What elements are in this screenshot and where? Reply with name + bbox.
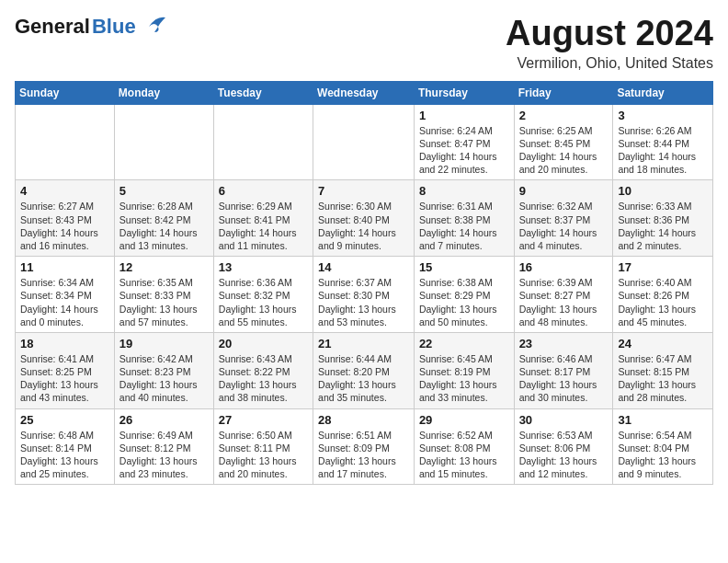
calendar-cell: 21Sunrise: 6:44 AM Sunset: 8:20 PM Dayli… [313,332,415,408]
calendar-cell: 30Sunrise: 6:53 AM Sunset: 8:06 PM Dayli… [514,408,613,485]
day-number: 6 [219,184,308,198]
day-number: 4 [20,184,109,198]
calendar-cell: 2Sunrise: 6:25 AM Sunset: 8:45 PM Daylig… [514,104,613,180]
calendar-cell: 8Sunrise: 6:31 AM Sunset: 8:38 PM Daylig… [414,180,514,257]
day-info: Sunrise: 6:44 AM Sunset: 8:20 PM Dayligh… [318,352,409,405]
day-number: 26 [119,413,209,427]
title-block: August 2024 Vermilion, Ohio, United Stat… [506,15,713,72]
day-number: 9 [519,184,609,198]
day-number: 16 [519,260,609,274]
calendar-cell: 29Sunrise: 6:52 AM Sunset: 8:08 PM Dayli… [414,408,514,485]
calendar-cell [213,104,313,180]
day-number: 13 [219,260,308,274]
calendar-cell: 17Sunrise: 6:40 AM Sunset: 8:26 PM Dayli… [613,257,713,333]
calendar-cell: 1Sunrise: 6:24 AM Sunset: 8:47 PM Daylig… [414,104,514,180]
day-info: Sunrise: 6:32 AM Sunset: 8:37 PM Dayligh… [519,200,609,252]
day-number: 31 [618,413,708,427]
day-info: Sunrise: 6:42 AM Sunset: 8:23 PM Dayligh… [119,352,209,405]
calendar-week-1: 1Sunrise: 6:24 AM Sunset: 8:47 PM Daylig… [16,104,713,180]
calendar-cell: 10Sunrise: 6:33 AM Sunset: 8:36 PM Dayli… [613,180,713,257]
day-number: 15 [419,260,509,274]
day-info: Sunrise: 6:24 AM Sunset: 8:47 PM Dayligh… [419,124,509,177]
day-number: 3 [618,109,708,122]
calendar-cell: 13Sunrise: 6:36 AM Sunset: 8:32 PM Dayli… [213,257,313,333]
page-subtitle: Vermilion, Ohio, United States [506,55,713,72]
calendar-cell: 12Sunrise: 6:35 AM Sunset: 8:33 PM Dayli… [114,257,213,333]
calendar-cell: 15Sunrise: 6:38 AM Sunset: 8:29 PM Dayli… [414,257,514,333]
day-info: Sunrise: 6:25 AM Sunset: 8:45 PM Dayligh… [519,124,609,177]
day-number: 27 [219,413,308,427]
logo-blue: Blue [92,15,136,39]
day-info: Sunrise: 6:26 AM Sunset: 8:44 PM Dayligh… [618,124,708,177]
calendar-cell: 14Sunrise: 6:37 AM Sunset: 8:30 PM Dayli… [313,257,415,333]
day-info: Sunrise: 6:46 AM Sunset: 8:17 PM Dayligh… [519,352,609,405]
calendar-week-5: 25Sunrise: 6:48 AM Sunset: 8:14 PM Dayli… [16,408,713,485]
day-info: Sunrise: 6:48 AM Sunset: 8:14 PM Dayligh… [20,429,109,481]
day-number: 7 [318,184,409,198]
calendar-cell [16,104,115,180]
calendar-cell: 11Sunrise: 6:34 AM Sunset: 8:34 PM Dayli… [16,257,115,333]
day-number: 25 [20,413,109,427]
day-number: 12 [119,260,209,274]
day-number: 14 [318,260,409,274]
day-number: 11 [20,260,109,274]
day-info: Sunrise: 6:34 AM Sunset: 8:34 PM Dayligh… [20,276,109,328]
day-number: 10 [618,184,708,198]
calendar-table: SundayMondayTuesdayWednesdayThursdayFrid… [15,81,713,485]
calendar-cell: 19Sunrise: 6:42 AM Sunset: 8:23 PM Dayli… [114,332,213,408]
calendar-cell: 22Sunrise: 6:45 AM Sunset: 8:19 PM Dayli… [414,332,514,408]
day-number: 5 [119,184,209,198]
page-title: August 2024 [506,15,713,53]
calendar-cell: 4Sunrise: 6:27 AM Sunset: 8:43 PM Daylig… [16,180,115,257]
calendar-week-3: 11Sunrise: 6:34 AM Sunset: 8:34 PM Dayli… [16,257,713,333]
calendar-cell: 31Sunrise: 6:54 AM Sunset: 8:04 PM Dayli… [613,408,713,485]
calendar-cell: 6Sunrise: 6:29 AM Sunset: 8:41 PM Daylig… [213,180,313,257]
day-number: 23 [519,337,609,350]
logo-general: General [15,15,90,39]
day-info: Sunrise: 6:33 AM Sunset: 8:36 PM Dayligh… [618,200,708,252]
calendar-cell [313,104,415,180]
day-number: 21 [318,337,409,350]
day-info: Sunrise: 6:47 AM Sunset: 8:15 PM Dayligh… [618,352,708,405]
calendar-header-saturday: Saturday [613,81,713,104]
page-header: General Blue August 2024 Vermilion, Ohio… [15,15,713,72]
day-number: 30 [519,413,609,427]
day-number: 8 [419,184,509,198]
day-info: Sunrise: 6:41 AM Sunset: 8:25 PM Dayligh… [20,352,109,405]
calendar-header-row: SundayMondayTuesdayWednesdayThursdayFrid… [16,81,713,104]
calendar-cell: 25Sunrise: 6:48 AM Sunset: 8:14 PM Dayli… [16,408,115,485]
calendar-cell: 28Sunrise: 6:51 AM Sunset: 8:09 PM Dayli… [313,408,415,485]
calendar-cell [114,104,213,180]
calendar-week-2: 4Sunrise: 6:27 AM Sunset: 8:43 PM Daylig… [16,180,713,257]
day-info: Sunrise: 6:27 AM Sunset: 8:43 PM Dayligh… [20,200,109,252]
day-info: Sunrise: 6:39 AM Sunset: 8:27 PM Dayligh… [519,276,609,328]
calendar-cell: 23Sunrise: 6:46 AM Sunset: 8:17 PM Dayli… [514,332,613,408]
day-info: Sunrise: 6:43 AM Sunset: 8:22 PM Dayligh… [219,352,308,405]
day-number: 24 [618,337,708,350]
day-info: Sunrise: 6:36 AM Sunset: 8:32 PM Dayligh… [219,276,308,328]
day-number: 22 [419,337,509,350]
day-info: Sunrise: 6:52 AM Sunset: 8:08 PM Dayligh… [419,429,509,481]
day-number: 20 [219,337,308,350]
day-info: Sunrise: 6:49 AM Sunset: 8:12 PM Dayligh… [119,429,209,481]
day-info: Sunrise: 6:29 AM Sunset: 8:41 PM Dayligh… [219,200,308,252]
calendar-header-friday: Friday [514,81,613,104]
calendar-cell: 26Sunrise: 6:49 AM Sunset: 8:12 PM Dayli… [114,408,213,485]
calendar-cell: 27Sunrise: 6:50 AM Sunset: 8:11 PM Dayli… [213,408,313,485]
day-number: 1 [419,109,509,122]
logo: General Blue [15,15,167,39]
logo-bird-icon [140,14,167,34]
calendar-cell: 24Sunrise: 6:47 AM Sunset: 8:15 PM Dayli… [613,332,713,408]
day-number: 2 [519,109,609,122]
calendar-cell: 7Sunrise: 6:30 AM Sunset: 8:40 PM Daylig… [313,180,415,257]
day-info: Sunrise: 6:37 AM Sunset: 8:30 PM Dayligh… [318,276,409,328]
calendar-cell: 20Sunrise: 6:43 AM Sunset: 8:22 PM Dayli… [213,332,313,408]
calendar-cell: 16Sunrise: 6:39 AM Sunset: 8:27 PM Dayli… [514,257,613,333]
day-info: Sunrise: 6:28 AM Sunset: 8:42 PM Dayligh… [119,200,209,252]
day-info: Sunrise: 6:45 AM Sunset: 8:19 PM Dayligh… [419,352,509,405]
calendar-cell: 3Sunrise: 6:26 AM Sunset: 8:44 PM Daylig… [613,104,713,180]
calendar-cell: 5Sunrise: 6:28 AM Sunset: 8:42 PM Daylig… [114,180,213,257]
calendar-header-monday: Monday [114,81,213,104]
calendar-header-wednesday: Wednesday [313,81,415,104]
day-info: Sunrise: 6:38 AM Sunset: 8:29 PM Dayligh… [419,276,509,328]
